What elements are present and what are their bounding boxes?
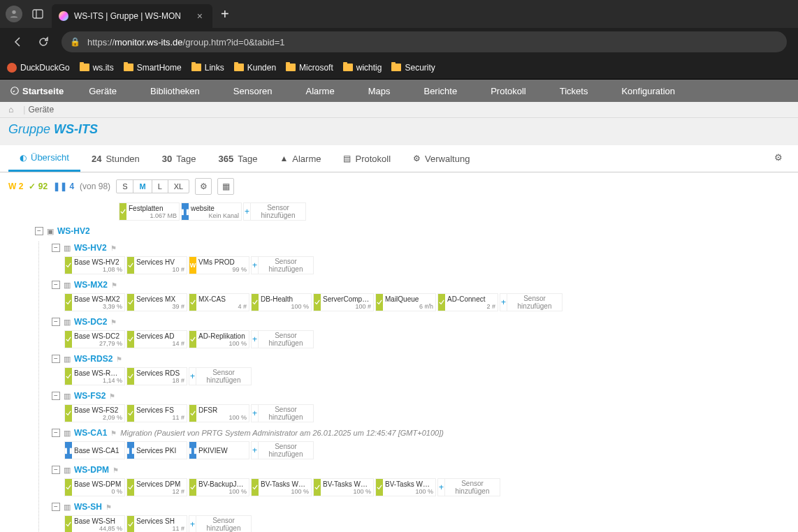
device-name[interactable]: WS-SH <box>74 502 102 512</box>
sensor-tile[interactable]: DB-Health100 % <box>251 293 312 311</box>
sensor-tile[interactable]: MX-CAS4 # <box>189 293 249 311</box>
collapse-icon[interactable]: − <box>52 466 60 474</box>
sensor-tile[interactable]: BV-Tasks WS-...100 % <box>251 478 312 496</box>
sensor-tile[interactable]: W VMs PROD99 % <box>189 256 249 274</box>
sensor-tile[interactable]: Base WS-MX23,39 % <box>64 293 125 311</box>
sensor-tile[interactable]: MailQueue6 #/h <box>375 293 436 311</box>
sensor-tile[interactable]: Services SH11 # <box>126 515 187 532</box>
sensor-tile[interactable]: Base WS-HV21,08 % <box>64 256 125 274</box>
bookmark-kunden[interactable]: Kunden <box>234 63 276 73</box>
collapse-icon[interactable]: − <box>52 503 60 511</box>
sensor-tile[interactable]: Base WS-DC227,79 % <box>64 330 125 348</box>
device-name[interactable]: WS-FS2 <box>74 391 106 401</box>
flag-icon[interactable]: ⚑ <box>110 244 117 252</box>
menu-home[interactable]: Startseite <box>10 86 64 96</box>
sensor-tile[interactable]: BV-BackupJobs100 % <box>189 478 249 496</box>
tab-24h[interactable]: 24Stunden <box>80 145 151 172</box>
collapse-icon[interactable]: − <box>52 355 60 363</box>
sensor-tile[interactable]: Base WS-RDS21,14 % <box>64 367 125 385</box>
home-icon[interactable]: ⌂ <box>8 105 13 114</box>
back-button[interactable] <box>6 29 31 54</box>
collapse-icon[interactable]: − <box>35 227 43 235</box>
flag-icon[interactable]: ⚑ <box>113 466 119 474</box>
add-sensor-button[interactable]: + Sensorhinzufügen <box>251 256 314 274</box>
sensor-tile[interactable]: ❚❚ Base WS-CA1 <box>64 441 125 459</box>
sensor-tile[interactable]: Services DPM12 # <box>126 478 187 496</box>
size-l[interactable]: L <box>152 180 168 193</box>
menu-libraries[interactable]: Bibliotheken <box>150 86 200 96</box>
device-name[interactable]: WS-RDS2 <box>74 354 113 364</box>
tab-30d[interactable]: 30Tage <box>151 145 208 172</box>
device-name[interactable]: WS-DPM <box>74 465 109 475</box>
menu-tickets[interactable]: Tickets <box>560 86 588 96</box>
device-name[interactable]: WS-HV2 <box>74 243 107 253</box>
menu-config[interactable]: Konfiguration <box>621 86 675 96</box>
tab-365d[interactable]: 365Tage <box>208 145 269 172</box>
settings-gear-icon[interactable]: ⚙ <box>767 145 790 172</box>
size-s[interactable]: S <box>117 180 133 193</box>
sensor-tile[interactable]: Base WS-SH44,85 % <box>64 515 125 532</box>
bookmark-links[interactable]: Links <box>191 63 224 73</box>
bookmark-wichtig[interactable]: wichtig <box>343 63 382 73</box>
size-m[interactable]: M <box>133 180 152 193</box>
add-sensor-button[interactable]: + Sensorhinzufügen <box>189 367 252 385</box>
sidebar-toggle-icon[interactable] <box>28 4 48 24</box>
menu-devices[interactable]: Geräte <box>89 86 117 96</box>
tab-admin[interactable]: ⚙Verwaltung <box>402 145 481 172</box>
tab-alarms[interactable]: ▲Alarme <box>268 145 332 172</box>
collapse-icon[interactable]: − <box>52 392 60 400</box>
browser-tab[interactable]: WS-ITS | Gruppe | WS-MON × <box>52 4 212 28</box>
url-field[interactable]: 🔒 https://monitor.ws-its.de/group.htm?id… <box>61 31 787 52</box>
device-name[interactable]: WS-MX2 <box>74 280 108 290</box>
device-name[interactable]: WS-CA1 <box>74 428 107 438</box>
status-paused[interactable]: ❚❚ 4 <box>53 182 74 191</box>
size-xl[interactable]: XL <box>168 180 189 193</box>
sensor-tile[interactable]: Festplatten1.067 MB <box>119 202 180 221</box>
flag-icon[interactable]: ⚑ <box>111 281 117 289</box>
bookmark-microsoft[interactable]: Microsoft <box>286 63 333 73</box>
sensor-tile[interactable]: BV-Tasks WS-...100 % <box>313 478 374 496</box>
menu-maps[interactable]: Maps <box>368 86 391 96</box>
sensor-tile[interactable]: ❚❚ Services PKI <box>126 441 187 459</box>
add-sensor-button[interactable]: + Sensorhinzufügen <box>251 404 314 422</box>
breadcrumb-item[interactable]: Geräte <box>28 105 54 114</box>
add-sensor-button[interactable]: + Sensorhinzufügen <box>500 293 563 311</box>
bookmark-security[interactable]: Security <box>391 63 435 73</box>
sensor-tile[interactable]: Base WS-FS22,09 % <box>64 404 125 422</box>
status-warn[interactable]: W 2 <box>8 182 23 191</box>
sensor-tile[interactable]: ServerCompon...100 # <box>313 293 374 311</box>
flag-icon[interactable]: ⚑ <box>106 503 112 511</box>
add-sensor-button[interactable]: + Sensorhinzufügen <box>189 515 252 532</box>
bookmark-smarthome[interactable]: SmartHome <box>124 63 182 73</box>
menu-log[interactable]: Protokoll <box>491 86 526 96</box>
menu-alarms[interactable]: Alarme <box>305 86 334 96</box>
tab-close-icon[interactable]: × <box>194 10 205 22</box>
sensor-tile[interactable]: BV-Tasks WS-BV100 % <box>375 478 436 496</box>
sensor-tile[interactable]: Base WS-DPM0 % <box>64 478 125 496</box>
collapse-icon[interactable]: − <box>52 318 60 326</box>
bookmark-duckduckgo[interactable]: DuckDuckGo <box>7 63 70 73</box>
add-sensor-button[interactable]: + Sensorhinzufügen <box>437 478 500 496</box>
sensor-tile[interactable]: Services FS11 # <box>126 404 187 422</box>
collapse-icon[interactable]: − <box>52 281 60 289</box>
settings-icon[interactable]: ⚙ <box>195 178 212 195</box>
flag-icon[interactable]: ⚑ <box>116 355 122 363</box>
new-tab-button[interactable]: + <box>212 6 238 22</box>
group-name[interactable]: WS-HV2 <box>57 226 90 236</box>
grid-icon[interactable]: ▦ <box>217 178 234 195</box>
flag-icon[interactable]: ⚑ <box>109 392 115 400</box>
flag-icon[interactable]: ⚑ <box>110 429 117 437</box>
profile-avatar-icon[interactable] <box>6 6 22 22</box>
bookmark-wsits[interactable]: ws.its <box>80 63 114 73</box>
flag-icon[interactable]: ⚑ <box>110 318 117 326</box>
sensor-tile[interactable]: Services RDS18 # <box>126 367 187 385</box>
tab-overview[interactable]: ◐Übersicht <box>8 145 80 172</box>
sensor-tile[interactable]: DFSR100 % <box>189 404 249 422</box>
status-ok[interactable]: ✓ 92 <box>29 182 48 191</box>
add-sensor-button[interactable]: + Sensorhinzufügen <box>251 441 314 459</box>
sensor-tile[interactable]: Services HV10 # <box>126 256 187 274</box>
collapse-icon[interactable]: − <box>52 429 60 437</box>
add-sensor-button[interactable]: + Sensorhinzufügen <box>243 202 306 221</box>
device-name[interactable]: WS-DC2 <box>74 317 107 327</box>
sensor-tile[interactable]: Services MX39 # <box>126 293 187 311</box>
